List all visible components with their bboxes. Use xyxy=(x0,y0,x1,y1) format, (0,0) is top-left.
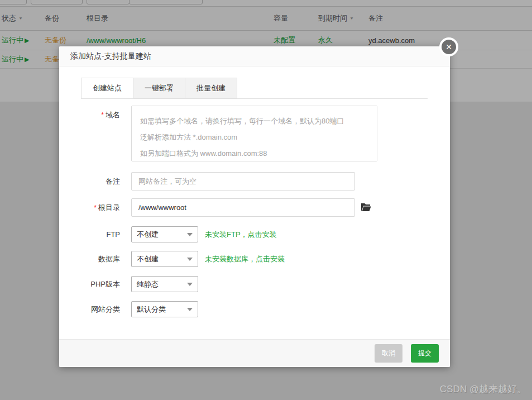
ftp-selected-value: 不创建 xyxy=(137,230,159,240)
required-mark: * xyxy=(101,111,104,119)
chevron-down-icon xyxy=(187,308,193,311)
form-row-php: PHP版本 纯静态 xyxy=(81,276,428,292)
cancel-button[interactable]: 取消 xyxy=(375,344,402,363)
note-label: 备注 xyxy=(81,172,120,191)
modal-title: 添加站点-支持批量建站 xyxy=(70,51,151,61)
ftp-select[interactable]: 不创建 xyxy=(131,226,198,242)
rootdir-input[interactable] xyxy=(131,198,355,217)
submit-button[interactable]: 提交 xyxy=(411,344,439,363)
category-selected-value: 默认分类 xyxy=(137,304,166,315)
tab-create-site[interactable]: 创建站点 xyxy=(81,78,133,98)
php-selected-value: 纯静态 xyxy=(137,279,159,289)
tab-one-click-deploy[interactable]: 一键部署 xyxy=(133,78,185,98)
close-icon[interactable]: ✕ xyxy=(439,37,458,56)
rootdir-label: *根目录 xyxy=(81,198,120,217)
required-mark: * xyxy=(94,204,97,212)
folder-icon[interactable] xyxy=(361,203,371,212)
form-row-category: 网站分类 默认分类 xyxy=(81,301,428,317)
form-row-domain: *域名 xyxy=(81,106,428,161)
form-row-ftp: FTP 不创建 未安装FTP，点击安装 xyxy=(81,226,428,242)
modal-header: 添加站点-支持批量建站 xyxy=(59,46,450,66)
note-input[interactable] xyxy=(131,172,355,191)
form-row-database: 数据库 不创建 未安装数据库，点击安装 xyxy=(81,251,428,267)
modal-body: 创建站点 一键部署 批量创建 *域名 备注 *根目录 xyxy=(59,66,450,317)
category-label: 网站分类 xyxy=(81,301,120,317)
chevron-down-icon xyxy=(187,258,193,261)
form-row-note: 备注 xyxy=(81,172,428,191)
screen: 状态 ▼ 备份 根目录 容量 到期时间 ▼ 备注 运行中▶ xyxy=(0,0,532,400)
database-select[interactable]: 不创建 xyxy=(131,251,198,267)
tab-bar: 创建站点 一键部署 批量创建 xyxy=(81,78,428,99)
chevron-down-icon xyxy=(187,283,193,286)
domain-label: *域名 xyxy=(81,106,120,125)
database-label: 数据库 xyxy=(81,251,120,267)
form-row-rootdir: *根目录 xyxy=(81,198,428,217)
ftp-install-link[interactable]: 未安装FTP，点击安装 xyxy=(205,226,277,242)
database-selected-value: 不创建 xyxy=(137,254,159,264)
modal-footer: 取消 提交 xyxy=(59,339,450,367)
csdn-watermark: CSDN @越来越好。 xyxy=(440,383,526,396)
add-site-modal: ✕ 添加站点-支持批量建站 创建站点 一键部署 批量创建 *域名 备注 xyxy=(59,46,450,367)
php-version-label: PHP版本 xyxy=(81,276,120,292)
php-version-select[interactable]: 纯静态 xyxy=(131,276,198,292)
domain-textarea[interactable] xyxy=(131,106,377,161)
chevron-down-icon xyxy=(187,233,193,236)
category-select[interactable]: 默认分类 xyxy=(131,301,198,317)
tab-batch-create[interactable]: 批量创建 xyxy=(185,78,237,98)
ftp-label: FTP xyxy=(81,226,120,242)
database-install-link[interactable]: 未安装数据库，点击安装 xyxy=(205,251,285,267)
